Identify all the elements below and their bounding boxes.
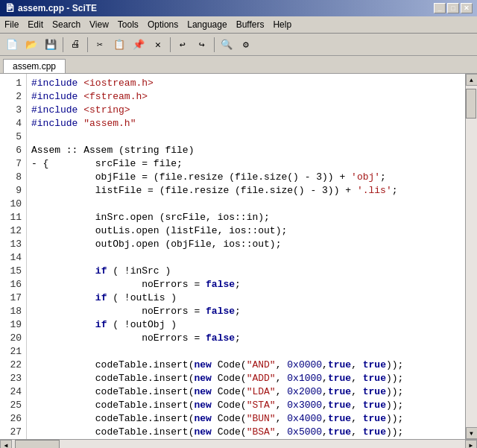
tab-bar: assem.cpp bbox=[0, 56, 477, 74]
hscroll-left-button[interactable]: ◀ bbox=[0, 440, 12, 449]
window-controls: _ □ ✕ bbox=[434, 3, 473, 13]
minimize-button[interactable]: _ bbox=[434, 3, 446, 13]
paste-button[interactable]: 📌 bbox=[130, 37, 148, 53]
scroll-down-button[interactable]: ▼ bbox=[466, 427, 478, 439]
line-numbers: 12345 678910 1112131415 1617181920 21222… bbox=[0, 74, 27, 439]
hscroll-right-button[interactable]: ▶ bbox=[465, 440, 477, 449]
menu-edit[interactable]: Edit bbox=[23, 18, 48, 31]
menu-options[interactable]: Options bbox=[143, 18, 183, 31]
toolbar-sep-4 bbox=[214, 37, 215, 52]
toolbar-sep-2 bbox=[87, 37, 88, 52]
menu-search[interactable]: Search bbox=[48, 18, 85, 31]
app-icon: 🖹 bbox=[4, 2, 15, 14]
scroll-track[interactable] bbox=[466, 86, 477, 427]
open-file-button[interactable]: 📂 bbox=[22, 37, 40, 53]
menu-view[interactable]: View bbox=[85, 18, 113, 31]
find-button[interactable]: 🔍 bbox=[218, 37, 236, 53]
code-area: 12345 678910 1112131415 1617181920 21222… bbox=[0, 74, 477, 439]
toolbar-sep-1 bbox=[63, 37, 63, 52]
hscroll-thumb[interactable] bbox=[15, 440, 60, 448]
hscroll-track[interactable] bbox=[12, 440, 465, 448]
horizontal-scrollbar[interactable]: ◀ ▶ bbox=[0, 439, 477, 448]
toolbar-sep-3 bbox=[170, 37, 171, 52]
menu-file[interactable]: File bbox=[0, 18, 23, 31]
vertical-scrollbar[interactable]: ▲ ▼ bbox=[465, 74, 477, 439]
maximize-button[interactable]: □ bbox=[447, 3, 459, 13]
scroll-thumb[interactable] bbox=[466, 89, 476, 119]
menu-tools[interactable]: Tools bbox=[113, 18, 143, 31]
undo-button[interactable]: ↩ bbox=[174, 37, 192, 53]
new-file-button[interactable]: 📄 bbox=[3, 37, 21, 53]
menu-buffers[interactable]: Buffers bbox=[232, 18, 269, 31]
close-button[interactable]: ✕ bbox=[461, 3, 473, 13]
redo-button[interactable]: ↪ bbox=[193, 37, 211, 53]
cut-button[interactable]: ✂ bbox=[91, 37, 109, 53]
menu-bar: File Edit Search View Tools Options Lang… bbox=[0, 16, 477, 34]
delete-button[interactable]: ✕ bbox=[149, 37, 167, 53]
code-content[interactable]: #include <iostream.h> #include <fstream.… bbox=[27, 74, 465, 439]
toolbar: 📄 📂 💾 🖨 ✂ 📋 📌 ✕ ↩ ↪ 🔍 ⚙ bbox=[0, 34, 477, 56]
window-title: assem.cpp - SciTE bbox=[18, 3, 97, 13]
tab-assem-cpp[interactable]: assem.cpp bbox=[3, 59, 66, 73]
scroll-up-button[interactable]: ▲ bbox=[466, 74, 478, 86]
print-button[interactable]: 🖨 bbox=[66, 37, 84, 53]
copy-button[interactable]: 📋 bbox=[110, 37, 128, 53]
menu-help[interactable]: Help bbox=[268, 18, 296, 31]
title-bar: 🖹 assem.cpp - SciTE _ □ ✕ bbox=[0, 0, 477, 16]
menu-language[interactable]: Language bbox=[183, 18, 231, 31]
save-file-button[interactable]: 💾 bbox=[42, 37, 60, 53]
find-next-button[interactable]: ⚙ bbox=[237, 37, 255, 53]
